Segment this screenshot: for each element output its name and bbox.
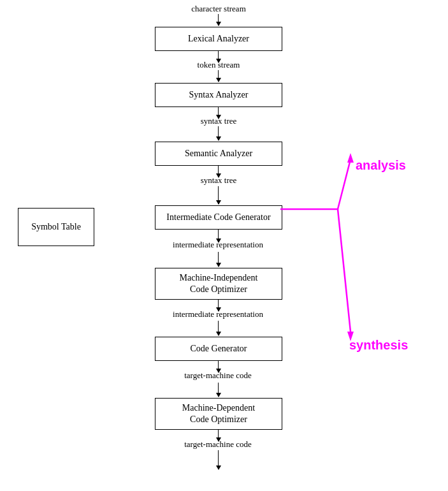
arrow-to-codegen xyxy=(218,321,219,335)
arrow-to-mdco xyxy=(218,383,219,397)
diagram-container: character stream Lexical Analyzer token … xyxy=(0,0,448,491)
box-lexical-analyzer: Lexical Analyzer xyxy=(155,27,282,51)
box-symbol-table: Symbol Table xyxy=(18,208,94,246)
label-character-stream: character stream xyxy=(155,4,282,14)
arrow-to-intermediate xyxy=(218,186,219,204)
arrow-to-mico xyxy=(218,252,219,267)
svg-line-1 xyxy=(338,159,350,209)
box-code-generator: Code Generator xyxy=(155,337,282,361)
box-semantic-analyzer: Semantic Analyzer xyxy=(155,142,282,166)
svg-marker-4 xyxy=(347,332,354,341)
arrow-final xyxy=(218,450,219,469)
label-target-machine-code-1: target-machine code xyxy=(139,370,297,381)
box-machine-dependent-optimizer: Machine-Dependent Code Optimizer xyxy=(155,398,282,430)
arrow-to-semantic xyxy=(218,126,219,140)
box-machine-independent-optimizer: Machine-Independent Code Optimizer xyxy=(155,268,282,300)
arrow-to-lexical xyxy=(218,14,219,26)
label-intermediate-rep-1: intermediate representation xyxy=(139,240,297,250)
svg-line-3 xyxy=(338,209,350,332)
box-syntax-analyzer: Syntax Analyzer xyxy=(155,83,282,107)
label-intermediate-rep-2: intermediate representation xyxy=(139,309,297,319)
arrow-to-syntax xyxy=(218,70,219,82)
box-intermediate-code-gen: Intermediate Code Generator xyxy=(155,205,282,230)
magenta-annotation-svg xyxy=(280,153,363,357)
label-target-machine-code-2: target-machine code xyxy=(139,439,297,450)
label-token-stream: token stream xyxy=(155,60,282,70)
label-syntax-tree-1: syntax tree xyxy=(155,116,282,126)
label-syntax-tree-2: syntax tree xyxy=(155,175,282,186)
svg-marker-2 xyxy=(347,153,354,163)
